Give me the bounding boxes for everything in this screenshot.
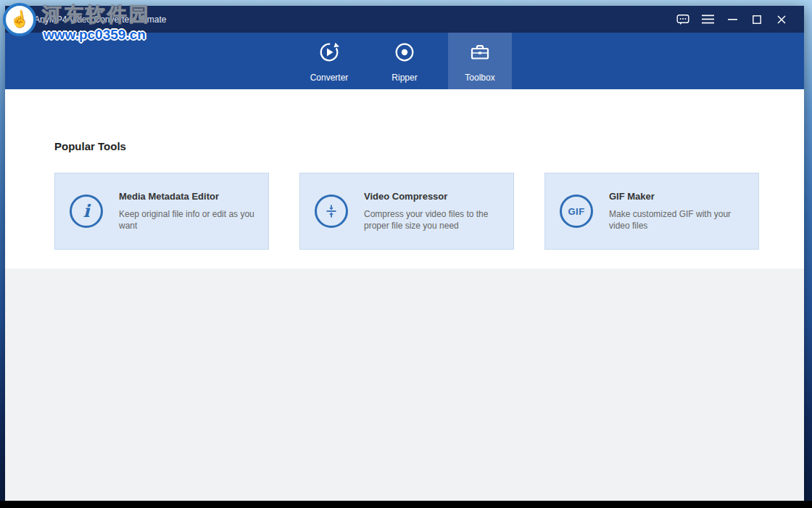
converter-icon bbox=[317, 40, 341, 67]
tab-ripper-label: Ripper bbox=[392, 73, 417, 83]
tool-card-text: Media Metadata Editor Keep original file… bbox=[119, 191, 264, 232]
content-area: Popular Tools i Media Metadata Editor Ke… bbox=[5, 89, 804, 501]
popular-tools-section: Popular Tools i Media Metadata Editor Ke… bbox=[5, 89, 804, 269]
tool-description: Compress your video files to the proper … bbox=[364, 208, 509, 232]
maximize-button[interactable] bbox=[745, 10, 769, 29]
tab-toolbox-label: Toolbox bbox=[465, 73, 494, 83]
tab-converter-label: Converter bbox=[310, 73, 349, 83]
ripper-icon bbox=[392, 40, 417, 67]
titlebar: AnyMP4 Video Converter Ultimate bbox=[5, 6, 804, 33]
tool-name: GIF Maker bbox=[609, 191, 754, 202]
desktop-background: AnyMP4 Video Converter Ultimate bbox=[0, 0, 812, 508]
app-window: AnyMP4 Video Converter Ultimate bbox=[5, 6, 804, 501]
tool-cards-row: i Media Metadata Editor Keep original fi… bbox=[54, 173, 804, 250]
gif-icon: GIF bbox=[560, 194, 593, 228]
tool-description: Keep original file info or edit as you w… bbox=[119, 208, 264, 232]
compress-icon bbox=[315, 194, 348, 228]
minimize-button[interactable] bbox=[720, 10, 745, 29]
tool-name: Media Metadata Editor bbox=[119, 191, 264, 202]
menu-icon[interactable] bbox=[695, 10, 720, 29]
tool-name: Video Compressor bbox=[364, 191, 509, 202]
tool-card-media-metadata-editor[interactable]: i Media Metadata Editor Keep original fi… bbox=[54, 173, 269, 250]
section-title: Popular Tools bbox=[54, 140, 804, 152]
tool-card-text: Video Compressor Compress your video fil… bbox=[364, 191, 509, 232]
titlebar-controls bbox=[671, 10, 794, 29]
app-logo-icon bbox=[14, 12, 28, 27]
feedback-icon[interactable] bbox=[671, 10, 695, 29]
tool-card-text: GIF Maker Make customized GIF with your … bbox=[609, 191, 754, 232]
tool-description: Make customized GIF with your video file… bbox=[609, 208, 754, 232]
tab-ripper[interactable]: Ripper bbox=[373, 33, 436, 89]
main-nav: Converter Ripper bbox=[5, 33, 804, 89]
tool-card-gif-maker[interactable]: GIF GIF Maker Make customized GIF with y… bbox=[544, 173, 759, 250]
close-button[interactable] bbox=[769, 10, 794, 29]
app-title: AnyMP4 Video Converter Ultimate bbox=[34, 15, 167, 25]
titlebar-left: AnyMP4 Video Converter Ultimate bbox=[14, 12, 167, 27]
bottom-black-strip bbox=[0, 501, 812, 508]
tab-converter[interactable]: Converter bbox=[297, 33, 361, 89]
info-icon: i bbox=[70, 194, 103, 228]
tool-card-video-compressor[interactable]: Video Compressor Compress your video fil… bbox=[299, 173, 514, 250]
tab-toolbox[interactable]: Toolbox bbox=[448, 33, 512, 89]
toolbox-icon bbox=[468, 40, 492, 67]
